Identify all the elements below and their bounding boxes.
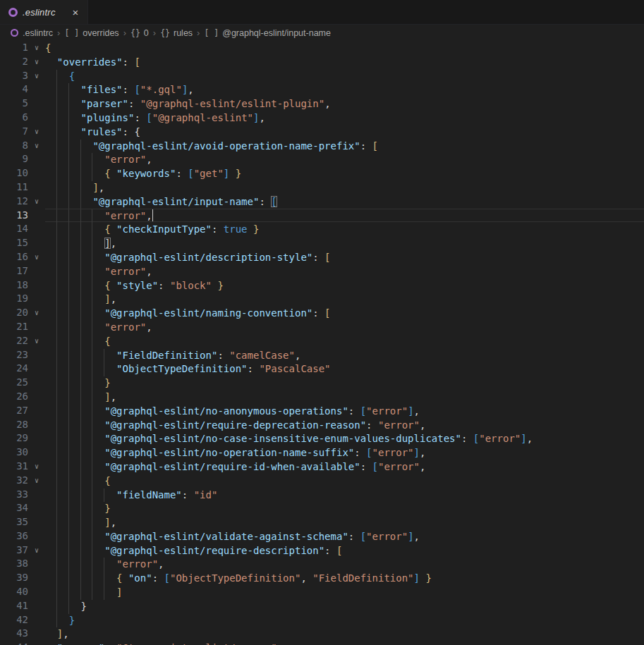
indent-guide <box>69 405 81 419</box>
gutter: 27 <box>0 404 45 418</box>
code-line[interactable]: 42 } <box>0 613 644 627</box>
fold-chevron-icon[interactable]: ∨ <box>28 69 45 83</box>
fold-chevron-icon[interactable]: ∨ <box>28 334 45 348</box>
code-text: { <box>45 474 644 488</box>
tab-eslintrc[interactable]: .eslintrc × <box>0 0 88 24</box>
indent-guide <box>81 446 93 460</box>
line-number: 11 <box>0 180 28 195</box>
code-line[interactable]: 36 "@graphql-eslint/validate-against-sch… <box>0 529 644 543</box>
code-line[interactable]: 9 "error", <box>0 152 644 166</box>
code-line[interactable]: 33 "fieldName": "id" <box>0 488 644 502</box>
code-line[interactable]: 23 "FieldDefinition": "camelCase", <box>0 348 644 362</box>
code-line[interactable]: 4 "files": ["*.gql"], <box>0 82 644 97</box>
token: , <box>420 461 425 472</box>
code-line[interactable]: 34 } <box>0 501 644 515</box>
code-line[interactable]: 21 "error", <box>0 320 644 334</box>
token: [ <box>146 112 152 123</box>
breadcrumb-label: rules <box>174 28 193 38</box>
token: : <box>366 419 378 431</box>
code-line[interactable]: 1∨{ <box>0 41 644 55</box>
code-line[interactable]: 28 "@graphql-eslint/require-deprecation-… <box>0 418 644 432</box>
gutter: 36 <box>0 529 45 543</box>
code-line[interactable]: 19 ], <box>0 292 644 306</box>
code-line[interactable]: 43 ], <box>0 627 644 641</box>
code-line[interactable]: 24 "ObjectTypeDefinition": "PascalCase" <box>0 362 644 376</box>
fold-chevron-icon[interactable]: ∨ <box>28 139 45 153</box>
code-line[interactable]: 5 "parser": "@graphql-eslint/eslint-plug… <box>0 97 644 111</box>
breadcrumb-item-rules[interactable]: {}rules <box>160 28 193 38</box>
fold-chevron-icon[interactable]: ∨ <box>28 543 45 558</box>
fold-chevron-icon[interactable]: ∨ <box>28 41 45 55</box>
code-line[interactable]: 27 "@graphql-eslint/no-anonymous-operati… <box>0 404 644 418</box>
code-line[interactable]: 12∨ "@graphql-eslint/input-name": [ <box>0 195 644 209</box>
line-number: 29 <box>0 431 28 446</box>
close-icon[interactable]: × <box>71 6 81 18</box>
token: { <box>104 223 116 235</box>
code-line[interactable]: 26 ], <box>0 390 644 404</box>
indent-guide <box>69 279 81 293</box>
code-line[interactable]: 30 "@graphql-eslint/no-operation-name-su… <box>0 446 644 460</box>
fold-chevron-icon[interactable]: ∨ <box>28 250 45 264</box>
code-line[interactable]: 14 { "checkInputType": true } <box>0 222 644 236</box>
token: "@graphql-eslint/eslint-plugin" <box>140 98 324 109</box>
token: : <box>123 126 135 137</box>
token: : <box>312 252 324 263</box>
code-line[interactable]: 6 "plugins": ["@graphql-eslint"], <box>0 111 644 125</box>
code-line[interactable]: 8∨ "@graphql-eslint/avoid-operation-name… <box>0 139 644 153</box>
code-line[interactable]: 38 "error", <box>0 557 644 571</box>
fold-chevron-icon[interactable]: ∨ <box>28 55 45 69</box>
code-line[interactable]: 25 } <box>0 376 644 390</box>
fold-chevron-icon[interactable]: ∨ <box>28 460 45 474</box>
token: { <box>104 280 116 291</box>
token: "error" <box>104 154 146 165</box>
code-line[interactable]: 11 ], <box>0 180 644 195</box>
breadcrumb-item--eslintrc[interactable]: .eslintrc <box>11 28 53 38</box>
indent-guide <box>57 558 69 572</box>
code-line[interactable]: 32∨ { <box>0 474 644 488</box>
code-text: "rules": { <box>45 125 644 139</box>
code-line[interactable]: 37∨ "@graphql-eslint/require-description… <box>0 543 644 558</box>
code-editor[interactable]: 1∨{2∨ "overrides": [3∨ {4 "files": ["*.g… <box>0 41 644 645</box>
code-line[interactable]: 35 ], <box>0 515 644 529</box>
code-line[interactable]: 29 "@graphql-eslint/no-case-insensitive-… <box>0 431 644 446</box>
indent-guide <box>69 223 81 237</box>
code-line[interactable]: 31∨ "@graphql-eslint/require-id-when-ava… <box>0 460 644 474</box>
code-line[interactable]: 17 "error", <box>0 264 644 278</box>
code-line[interactable]: 7∨ "rules": { <box>0 125 644 139</box>
code-line[interactable]: 18 { "style": "block" } <box>0 278 644 293</box>
code-text: "@graphql-eslint/require-id-when-availab… <box>45 460 644 474</box>
token: , <box>414 405 420 417</box>
code-line[interactable]: 3∨ { <box>0 69 644 83</box>
breadcrumb-separator: › <box>123 27 126 38</box>
code-line[interactable]: 16∨ "@graphql-eslint/description-style":… <box>0 250 644 264</box>
indent-guide <box>81 460 93 474</box>
line-number: 33 <box>0 488 28 502</box>
code-line[interactable]: 44 "parser": "@typescript-eslint/parser" <box>0 641 644 645</box>
code-line[interactable]: 22∨ { <box>0 334 644 348</box>
breadcrumb-item-overrides[interactable]: [ ]overrides <box>64 28 119 38</box>
indent-guide <box>45 111 57 125</box>
token: "plugins" <box>81 112 135 123</box>
code-line[interactable]: 40 ] <box>0 585 644 599</box>
code-line[interactable]: 2∨ "overrides": [ <box>0 55 644 69</box>
code-line[interactable]: 39 { "on": ["ObjectTypeDefinition", "Fie… <box>0 571 644 585</box>
code-line[interactable]: 13 "error", <box>0 209 644 223</box>
fold-spacer <box>28 292 45 306</box>
fold-spacer <box>28 627 45 641</box>
fold-chevron-icon[interactable]: ∨ <box>28 125 45 139</box>
code-line[interactable]: 41 } <box>0 599 644 613</box>
indent-guide <box>81 474 93 489</box>
indent-guide <box>45 153 57 167</box>
code-line[interactable]: 10 { "keywords": ["get"] } <box>0 166 644 180</box>
code-line[interactable]: 15 ], <box>0 236 644 250</box>
eslint-config-icon <box>11 29 18 37</box>
indent-guide <box>45 446 57 460</box>
breadcrumb-item-0[interactable]: {}0 <box>130 28 149 38</box>
line-number: 6 <box>0 111 28 125</box>
code-line[interactable]: 20∨ "@graphql-eslint/naming-convention":… <box>0 306 644 320</box>
line-number: 4 <box>0 82 28 97</box>
breadcrumb-item--graphql-eslint-input-name[interactable]: [ ]@graphql-eslint/input-name <box>204 28 331 38</box>
fold-chevron-icon[interactable]: ∨ <box>28 474 45 488</box>
fold-chevron-icon[interactable]: ∨ <box>28 195 45 209</box>
fold-chevron-icon[interactable]: ∨ <box>28 306 45 320</box>
